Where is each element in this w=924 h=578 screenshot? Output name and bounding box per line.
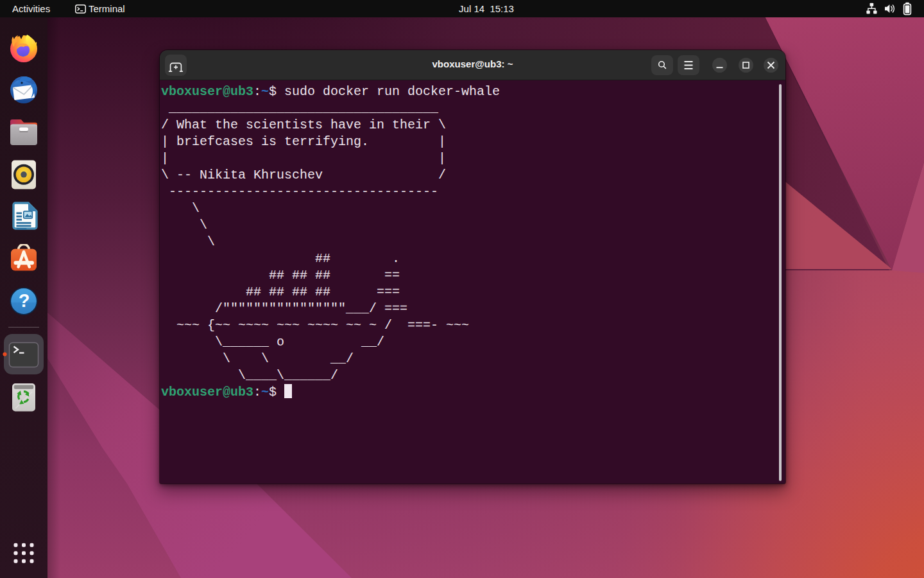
svg-text:?: ? — [19, 290, 30, 311]
